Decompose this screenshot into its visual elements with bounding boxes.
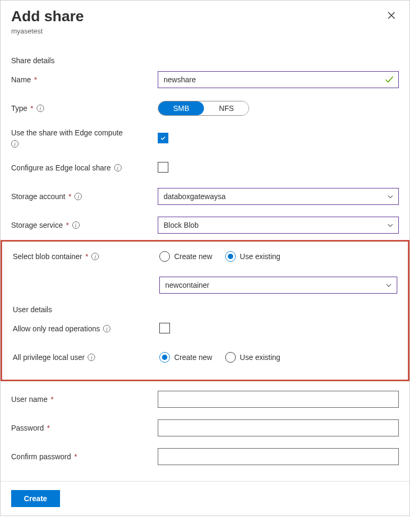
required-icon: *	[74, 452, 77, 461]
username-label: User name *	[11, 395, 158, 404]
required-icon: *	[47, 424, 49, 432]
type-label: Type * i	[11, 104, 158, 113]
blob-container-label: Select blob container * i	[13, 252, 159, 261]
close-button[interactable]	[384, 8, 399, 24]
privilege-user-radio-group: Create new Use existing	[159, 352, 397, 363]
create-button[interactable]: Create	[11, 490, 60, 507]
username-input[interactable]	[158, 391, 399, 408]
blob-container-use-existing[interactable]: Use existing	[225, 251, 280, 262]
type-toggle: SMB NFS	[158, 101, 249, 116]
info-icon[interactable]: i	[91, 253, 99, 260]
edge-local-checkbox[interactable]	[158, 162, 168, 173]
radio-icon	[225, 251, 236, 262]
blob-container-select[interactable]: newcontainer	[159, 277, 397, 294]
panel-title: Add share	[11, 8, 84, 25]
type-option-nfs[interactable]: NFS	[204, 101, 249, 115]
edge-compute-checkbox[interactable]	[158, 133, 168, 143]
edge-compute-label: Use the share with Edge compute i	[11, 128, 158, 148]
info-icon[interactable]: i	[37, 105, 44, 112]
info-icon[interactable]: i	[74, 193, 82, 200]
radio-icon	[225, 352, 236, 363]
storage-service-select[interactable]: Block Blob	[158, 217, 399, 234]
required-icon: *	[66, 221, 69, 229]
info-icon[interactable]: i	[11, 140, 19, 148]
close-icon	[387, 11, 396, 20]
highlighted-region: Select blob container * i Create new Use…	[1, 240, 409, 381]
info-icon[interactable]: i	[88, 354, 95, 361]
name-input[interactable]	[158, 71, 399, 88]
edge-local-label: Configure as Edge local share i	[11, 164, 158, 172]
privilege-user-create-new[interactable]: Create new	[159, 352, 212, 363]
privilege-user-label: All privilege local user i	[13, 353, 159, 362]
section-share-details: Share details	[11, 56, 399, 65]
required-icon: *	[30, 104, 33, 113]
confirm-password-label: Confirm password *	[11, 452, 158, 461]
password-label: Password *	[11, 424, 158, 432]
radio-icon	[159, 251, 170, 262]
read-only-checkbox[interactable]	[159, 323, 170, 333]
required-icon: *	[50, 395, 53, 404]
required-icon: *	[86, 252, 88, 261]
info-icon[interactable]: i	[114, 164, 122, 171]
blob-container-radio-group: Create new Use existing	[159, 251, 397, 262]
privilege-user-use-existing[interactable]: Use existing	[225, 352, 280, 363]
type-option-smb[interactable]: SMB	[158, 101, 204, 115]
confirm-password-input[interactable]	[158, 448, 399, 465]
panel-subtitle: myasetest	[11, 27, 399, 35]
storage-service-label: Storage service * i	[11, 221, 158, 229]
read-only-label: Allow only read operations i	[13, 324, 159, 333]
password-input[interactable]	[158, 419, 399, 436]
section-user-details: User details	[13, 305, 397, 314]
info-icon[interactable]: i	[103, 325, 110, 332]
info-icon[interactable]: i	[72, 221, 80, 229]
name-label: Name *	[11, 75, 158, 84]
blob-container-create-new[interactable]: Create new	[159, 251, 212, 262]
storage-account-label: Storage account * i	[11, 192, 158, 201]
required-icon: *	[34, 75, 37, 84]
radio-icon	[159, 352, 170, 363]
storage-account-select[interactable]: databoxgatewaysa	[158, 188, 399, 205]
required-icon: *	[69, 192, 71, 201]
